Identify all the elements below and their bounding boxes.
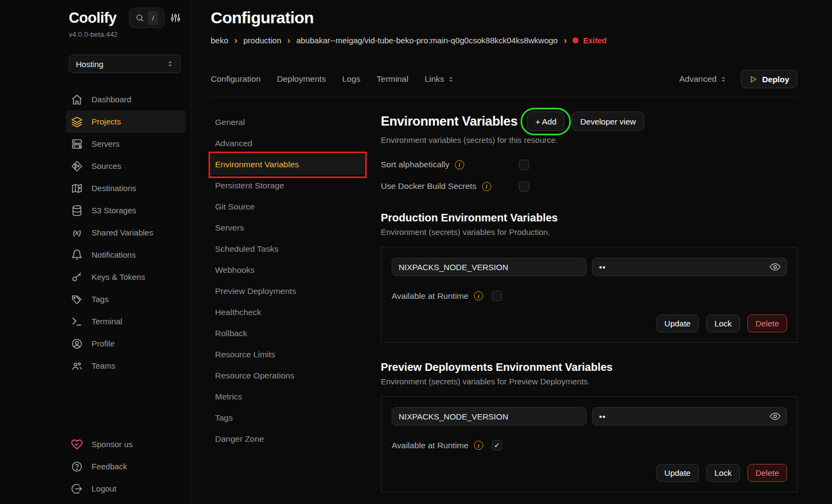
sidebar-item-teams[interactable]: Teams [66, 355, 185, 377]
search-icon [135, 14, 144, 22]
logout-icon [70, 483, 83, 495]
sidebar-item-label: Tags [92, 294, 109, 304]
app-version: v4.0.0-beta.442 [69, 30, 191, 38]
add-env-var-button[interactable]: + Add [527, 112, 564, 131]
status-dot-icon [573, 37, 578, 43]
sidebar-item-feedback[interactable]: Feedback [66, 455, 185, 477]
tab-configuration[interactable]: Configuration [211, 74, 261, 84]
sort-alphabetically-label: Sort alphabetically [381, 160, 450, 169]
sidebar-item-label: Shared Variables [92, 228, 153, 237]
sidebar-item-keys-tokens[interactable]: Keys & Tokens [66, 266, 185, 288]
env-var-card-preview: Available at Runtime Update Lock Delete [381, 396, 797, 492]
sort-alphabetically-checkbox[interactable] [519, 160, 529, 170]
subnav-webhooks[interactable]: Webhooks [211, 259, 365, 280]
reveal-value-eye-icon[interactable] [769, 261, 781, 273]
advanced-dropdown[interactable]: Advanced [679, 74, 727, 84]
sidebar-item-destinations[interactable]: Destinations [66, 177, 185, 199]
slash-key-hint: / [148, 11, 158, 25]
breadcrumb-environment[interactable]: production [243, 36, 281, 45]
tab-links[interactable]: Links [425, 74, 454, 84]
docker-build-secrets-label: Use Docker Build Secrets [381, 181, 477, 191]
preview-section-title: Preview Deployments Environment Variable… [381, 361, 797, 374]
lock-button[interactable]: Lock [706, 464, 740, 482]
subnav-rollback[interactable]: Rollback [211, 323, 365, 344]
chevron-up-down-icon [720, 76, 727, 83]
tab-links-label: Links [425, 74, 444, 84]
production-section-title: Production Environment Variables [381, 212, 797, 224]
subnav-resource-operations[interactable]: Resource Operations [211, 365, 365, 386]
settings-sliders-icon[interactable] [170, 12, 181, 23]
main-area: Configuration beko › production › abubak… [191, 0, 832, 492]
search-button[interactable]: / [129, 8, 165, 28]
sidebar-item-label: Destinations [92, 184, 136, 193]
delete-button[interactable]: Delete [748, 464, 787, 482]
database-icon [70, 205, 83, 217]
info-icon[interactable] [474, 291, 483, 300]
subnav-servers[interactable]: Servers [211, 217, 365, 238]
tab-logs[interactable]: Logs [342, 74, 361, 84]
env-var-value-input[interactable] [592, 258, 787, 276]
reveal-value-eye-icon[interactable] [769, 410, 781, 422]
subnav-environment-variables[interactable]: Environment Variables [211, 154, 365, 175]
env-var-name-input[interactable] [392, 258, 587, 276]
sidebar-item-profile[interactable]: Profile [66, 332, 185, 355]
subnav-danger-zone[interactable]: Danger Zone [211, 428, 365, 449]
sidebar-item-label: Feedback [92, 462, 127, 471]
sidebar-item-tags[interactable]: Tags [66, 288, 185, 310]
sidebar-item-shared-variables[interactable]: (x) Shared Variables [66, 221, 185, 244]
available-at-runtime-checkbox[interactable] [492, 440, 502, 450]
subnav-git-source[interactable]: Git Source [211, 196, 365, 217]
sidebar-item-logout[interactable]: Logout [66, 477, 185, 500]
status-text: Exited [583, 36, 607, 45]
layers-icon [70, 116, 83, 128]
user-circle-icon [70, 338, 83, 350]
sidebar-item-label: Dashboard [92, 95, 131, 104]
env-var-name-input[interactable] [392, 407, 587, 426]
sidebar-footer: Sponsor us Feedback Logout [0, 433, 191, 500]
tab-deployments[interactable]: Deployments [277, 74, 326, 84]
deploy-button[interactable]: Deploy [741, 70, 797, 88]
info-icon[interactable] [474, 441, 483, 450]
sidebar-nav: Dashboard Projects Servers Sources Desti… [0, 88, 191, 377]
breadcrumb-team[interactable]: beko [211, 36, 229, 45]
subnav-healthcheck[interactable]: Healthcheck [211, 302, 365, 323]
git-source-icon [70, 160, 83, 172]
sidebar-item-s3-storages[interactable]: S3 Storages [66, 199, 185, 221]
production-section-description: Environment (secrets) variables for Prod… [381, 227, 797, 237]
sidebar-item-notifications[interactable]: Notifications [66, 244, 185, 266]
subnav-metrics[interactable]: Metrics [211, 386, 365, 407]
env-var-card-production: Available at Runtime Update Lock Delete [381, 247, 797, 343]
env-var-value-input[interactable] [592, 407, 787, 426]
sidebar-item-servers[interactable]: Servers [66, 133, 185, 155]
subnav-preview-deployments[interactable]: Preview Deployments [211, 280, 365, 302]
info-icon[interactable] [482, 182, 491, 191]
sidebar-item-label: Notifications [92, 250, 136, 259]
subnav-tags[interactable]: Tags [211, 407, 365, 428]
sidebar-item-label: Keys & Tokens [92, 272, 145, 282]
home-icon [70, 94, 83, 106]
sidebar-item-label: Sponsor us [92, 440, 133, 449]
tab-terminal[interactable]: Terminal [376, 74, 408, 84]
sidebar-item-terminal[interactable]: Terminal [66, 310, 185, 332]
available-at-runtime-checkbox[interactable] [492, 291, 502, 301]
sidebar-item-projects[interactable]: Projects [66, 110, 185, 133]
sidebar-item-label: Logout [92, 484, 116, 493]
lock-button[interactable]: Lock [706, 315, 740, 332]
developer-view-button[interactable]: Developer view [572, 112, 644, 131]
status-badge: Exited [573, 36, 607, 45]
update-button[interactable]: Update [656, 315, 699, 332]
subnav-general[interactable]: General [211, 112, 365, 133]
sidebar-item-dashboard[interactable]: Dashboard [66, 88, 185, 110]
delete-button[interactable]: Delete [748, 315, 787, 332]
sidebar-item-sources[interactable]: Sources [66, 155, 185, 177]
subnav-advanced[interactable]: Advanced [211, 133, 365, 154]
breadcrumb-resource[interactable]: abubakar--meigag/vid-tube-beko-pro:main-… [296, 36, 558, 45]
info-icon[interactable] [455, 160, 464, 169]
team-select[interactable]: Hosting [69, 55, 181, 73]
subnav-persistent-storage[interactable]: Persistent Storage [211, 175, 365, 196]
sidebar-item-sponsor[interactable]: Sponsor us [66, 433, 185, 455]
subnav-resource-limits[interactable]: Resource Limits [211, 344, 365, 365]
update-button[interactable]: Update [656, 464, 699, 482]
docker-build-secrets-checkbox[interactable] [519, 181, 529, 192]
subnav-scheduled-tasks[interactable]: Scheduled Tasks [211, 238, 365, 259]
